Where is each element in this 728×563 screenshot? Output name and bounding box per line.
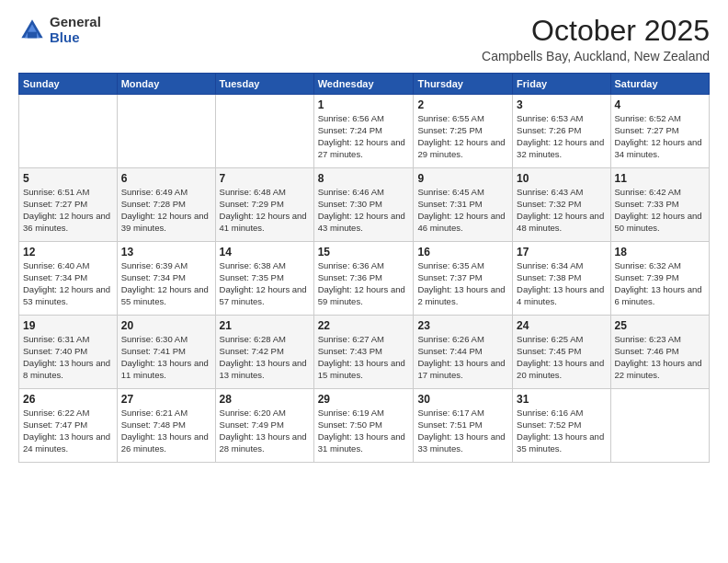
- table-row: 29Sunrise: 6:19 AMSunset: 7:50 PMDayligh…: [313, 389, 414, 463]
- day-number: 14: [220, 246, 310, 259]
- day-number: 21: [220, 319, 310, 332]
- day-number: 18: [615, 246, 705, 259]
- col-sunday: Sunday: [19, 74, 118, 95]
- day-detail: Sunrise: 6:46 AMSunset: 7:30 PMDaylight:…: [318, 187, 405, 232]
- day-number: 31: [517, 393, 606, 406]
- day-number: 19: [23, 319, 113, 332]
- day-detail: Sunrise: 6:53 AMSunset: 7:26 PMDaylight:…: [517, 113, 604, 158]
- table-row: 4Sunrise: 6:52 AMSunset: 7:27 PMDaylight…: [610, 95, 709, 168]
- table-row: 14Sunrise: 6:38 AMSunset: 7:35 PMDayligh…: [215, 242, 313, 316]
- logo-icon: [18, 17, 46, 44]
- day-number: 29: [318, 393, 410, 406]
- table-row: 17Sunrise: 6:34 AMSunset: 7:38 PMDayligh…: [513, 242, 610, 316]
- table-row: 6Sunrise: 6:49 AMSunset: 7:28 PMDaylight…: [117, 168, 215, 242]
- day-detail: Sunrise: 6:35 AMSunset: 7:37 PMDaylight:…: [417, 260, 505, 305]
- day-detail: Sunrise: 6:31 AMSunset: 7:40 PMDaylight:…: [23, 334, 110, 379]
- col-thursday: Thursday: [414, 74, 513, 95]
- day-number: 3: [517, 98, 606, 111]
- day-number: 12: [23, 246, 113, 259]
- day-detail: Sunrise: 6:52 AMSunset: 7:27 PMDaylight:…: [615, 113, 702, 158]
- table-row: 21Sunrise: 6:28 AMSunset: 7:42 PMDayligh…: [215, 316, 313, 389]
- day-detail: Sunrise: 6:43 AMSunset: 7:32 PMDaylight:…: [517, 187, 604, 232]
- day-detail: Sunrise: 6:36 AMSunset: 7:36 PMDaylight:…: [318, 260, 405, 305]
- calendar-table: Sunday Monday Tuesday Wednesday Thursday…: [18, 73, 710, 463]
- day-detail: Sunrise: 6:42 AMSunset: 7:33 PMDaylight:…: [615, 187, 702, 232]
- table-row: 31Sunrise: 6:16 AMSunset: 7:52 PMDayligh…: [513, 389, 610, 463]
- day-number: 5: [23, 172, 113, 185]
- day-number: 2: [417, 98, 508, 111]
- day-detail: Sunrise: 6:49 AMSunset: 7:28 PMDaylight:…: [121, 187, 209, 232]
- table-row: [117, 95, 215, 168]
- calendar-header-row: Sunday Monday Tuesday Wednesday Thursday…: [19, 74, 710, 95]
- table-row: 8Sunrise: 6:46 AMSunset: 7:30 PMDaylight…: [313, 168, 414, 242]
- table-row: 23Sunrise: 6:26 AMSunset: 7:44 PMDayligh…: [414, 316, 513, 389]
- day-number: 22: [318, 319, 410, 332]
- day-number: 6: [121, 172, 211, 185]
- calendar-week-row: 12Sunrise: 6:40 AMSunset: 7:34 PMDayligh…: [19, 242, 710, 316]
- title-month: October 2025: [482, 15, 710, 47]
- day-number: 20: [121, 319, 211, 332]
- table-row: 16Sunrise: 6:35 AMSunset: 7:37 PMDayligh…: [414, 242, 513, 316]
- day-detail: Sunrise: 6:20 AMSunset: 7:49 PMDaylight:…: [220, 408, 307, 453]
- day-number: 27: [121, 393, 211, 406]
- table-row: 30Sunrise: 6:17 AMSunset: 7:51 PMDayligh…: [414, 389, 513, 463]
- day-number: 10: [517, 172, 606, 185]
- logo-text: General Blue: [50, 15, 101, 45]
- day-detail: Sunrise: 6:30 AMSunset: 7:41 PMDaylight:…: [121, 334, 209, 379]
- day-detail: Sunrise: 6:55 AMSunset: 7:25 PMDaylight:…: [417, 113, 505, 158]
- svg-rect-2: [28, 31, 37, 38]
- calendar-week-row: 1Sunrise: 6:56 AMSunset: 7:24 PMDaylight…: [19, 95, 710, 168]
- table-row: 19Sunrise: 6:31 AMSunset: 7:40 PMDayligh…: [19, 316, 118, 389]
- page: General Blue October 2025 Campbells Bay,…: [0, 0, 728, 563]
- table-row: 2Sunrise: 6:55 AMSunset: 7:25 PMDaylight…: [414, 95, 513, 168]
- day-detail: Sunrise: 6:40 AMSunset: 7:34 PMDaylight:…: [23, 260, 110, 305]
- calendar-week-row: 19Sunrise: 6:31 AMSunset: 7:40 PMDayligh…: [19, 316, 710, 389]
- day-detail: Sunrise: 6:48 AMSunset: 7:29 PMDaylight:…: [220, 187, 307, 232]
- header: General Blue October 2025 Campbells Bay,…: [18, 15, 710, 63]
- day-number: 17: [517, 246, 606, 259]
- day-number: 8: [318, 172, 410, 185]
- table-row: 7Sunrise: 6:48 AMSunset: 7:29 PMDaylight…: [215, 168, 313, 242]
- title-location: Campbells Bay, Auckland, New Zealand: [482, 49, 710, 63]
- day-detail: Sunrise: 6:27 AMSunset: 7:43 PMDaylight:…: [318, 334, 405, 379]
- table-row: 25Sunrise: 6:23 AMSunset: 7:46 PMDayligh…: [610, 316, 709, 389]
- day-number: 28: [220, 393, 310, 406]
- day-number: 24: [517, 319, 606, 332]
- col-tuesday: Tuesday: [215, 74, 313, 95]
- table-row: 27Sunrise: 6:21 AMSunset: 7:48 PMDayligh…: [117, 389, 215, 463]
- day-detail: Sunrise: 6:34 AMSunset: 7:38 PMDaylight:…: [517, 260, 604, 305]
- day-detail: Sunrise: 6:51 AMSunset: 7:27 PMDaylight:…: [23, 187, 110, 232]
- col-wednesday: Wednesday: [313, 74, 414, 95]
- day-number: 1: [318, 98, 410, 111]
- day-detail: Sunrise: 6:32 AMSunset: 7:39 PMDaylight:…: [615, 260, 702, 305]
- title-block: October 2025 Campbells Bay, Auckland, Ne…: [482, 15, 710, 63]
- table-row: [19, 95, 118, 168]
- table-row: 22Sunrise: 6:27 AMSunset: 7:43 PMDayligh…: [313, 316, 414, 389]
- day-number: 23: [417, 319, 508, 332]
- day-number: 11: [615, 172, 705, 185]
- day-detail: Sunrise: 6:23 AMSunset: 7:46 PMDaylight:…: [615, 334, 702, 379]
- day-detail: Sunrise: 6:38 AMSunset: 7:35 PMDaylight:…: [220, 260, 307, 305]
- table-row: 28Sunrise: 6:20 AMSunset: 7:49 PMDayligh…: [215, 389, 313, 463]
- table-row: 9Sunrise: 6:45 AMSunset: 7:31 PMDaylight…: [414, 168, 513, 242]
- day-detail: Sunrise: 6:22 AMSunset: 7:47 PMDaylight:…: [23, 408, 110, 453]
- day-number: 15: [318, 246, 410, 259]
- day-number: 26: [23, 393, 113, 406]
- table-row: [215, 95, 313, 168]
- table-row: 24Sunrise: 6:25 AMSunset: 7:45 PMDayligh…: [513, 316, 610, 389]
- col-saturday: Saturday: [610, 74, 709, 95]
- day-detail: Sunrise: 6:39 AMSunset: 7:34 PMDaylight:…: [121, 260, 209, 305]
- table-row: 5Sunrise: 6:51 AMSunset: 7:27 PMDaylight…: [19, 168, 118, 242]
- day-number: 16: [417, 246, 508, 259]
- table-row: 26Sunrise: 6:22 AMSunset: 7:47 PMDayligh…: [19, 389, 118, 463]
- table-row: 1Sunrise: 6:56 AMSunset: 7:24 PMDaylight…: [313, 95, 414, 168]
- day-detail: Sunrise: 6:26 AMSunset: 7:44 PMDaylight:…: [417, 334, 505, 379]
- day-number: 25: [615, 319, 705, 332]
- col-monday: Monday: [117, 74, 215, 95]
- day-detail: Sunrise: 6:45 AMSunset: 7:31 PMDaylight:…: [417, 187, 505, 232]
- calendar-week-row: 5Sunrise: 6:51 AMSunset: 7:27 PMDaylight…: [19, 168, 710, 242]
- table-row: 12Sunrise: 6:40 AMSunset: 7:34 PMDayligh…: [19, 242, 118, 316]
- table-row: 18Sunrise: 6:32 AMSunset: 7:39 PMDayligh…: [610, 242, 709, 316]
- calendar-week-row: 26Sunrise: 6:22 AMSunset: 7:47 PMDayligh…: [19, 389, 710, 463]
- table-row: 15Sunrise: 6:36 AMSunset: 7:36 PMDayligh…: [313, 242, 414, 316]
